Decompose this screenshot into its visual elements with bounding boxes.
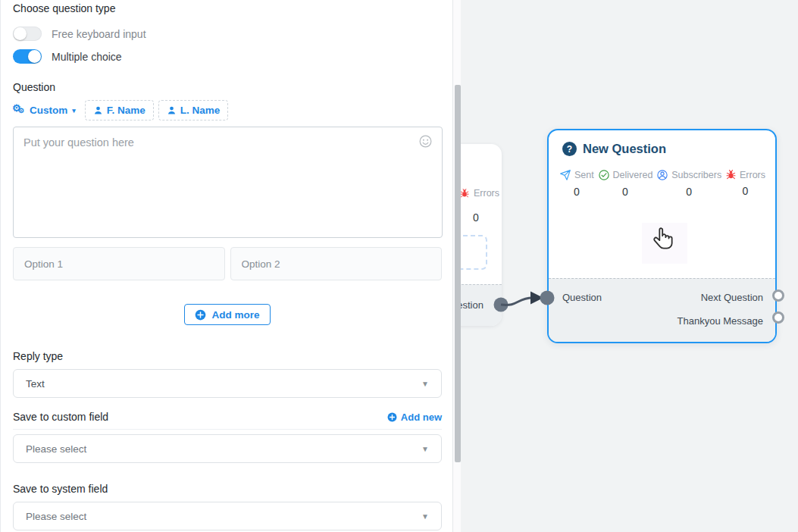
caret-down-icon: ▼ (421, 512, 429, 521)
stat-subscribers: Subscribers 0 (656, 169, 721, 198)
dashed-button-placeholder (461, 235, 487, 270)
save-custom-field-label: Save to custom field (13, 411, 108, 423)
add-more-button[interactable]: Add more (184, 304, 270, 325)
question-mark-icon: ? (562, 142, 577, 156)
multiple-choice-label: Multiple choice (52, 51, 122, 63)
add-new-label: Add new (401, 412, 442, 423)
multiple-choice-toggle[interactable] (13, 49, 42, 64)
lname-chip-label: L. Name (180, 105, 221, 116)
errors-stat-value: 0 (473, 211, 479, 224)
answer-options-row (13, 247, 442, 280)
stat-sent-label: Sent (574, 170, 594, 180)
caret-down-icon: ▼ (421, 445, 429, 453)
stat-subscribers-value: 0 (686, 186, 692, 198)
person-icon (167, 105, 177, 115)
reply-type-select[interactable]: Text ▼ (13, 369, 442, 398)
person-icon (93, 105, 103, 115)
choose-question-type-label: Choose question type (13, 2, 442, 14)
app-window: Choose question type Free keyboard input… (0, 0, 798, 532)
subscriber-icon (656, 169, 668, 181)
panel-scrollbar-thumb[interactable] (455, 85, 461, 462)
question-input[interactable] (13, 127, 443, 238)
question-settings-panel: Choose question type Free keyboard input… (0, 0, 452, 532)
plus-circle-icon (195, 309, 206, 321)
previous-node-footer: uestion (461, 284, 502, 326)
emoji-picker-button[interactable] (418, 134, 433, 149)
node-footer: Question Next Question Thankyou Message (549, 278, 775, 342)
free-keyboard-label: Free keyboard input (52, 28, 146, 40)
connection-arrowhead (530, 292, 543, 305)
new-question-node[interactable]: ? New Question Sent 0 (547, 129, 777, 343)
free-keyboard-toggle[interactable] (13, 27, 42, 41)
save-custom-field-head: Save to custom field Add new (13, 411, 442, 430)
save-system-field-label: Save to system field (13, 483, 442, 495)
stat-errors-value: 0 (743, 185, 749, 197)
flow-canvas[interactable]: Errors 0 uestion ? New Question (461, 0, 798, 532)
stat-sent-value: 0 (574, 186, 580, 198)
toggle-knob (28, 50, 41, 63)
previous-node-errors-stat: Errors (461, 188, 499, 199)
custom-chip-label: Custom (30, 105, 67, 116)
toggle-knob (14, 27, 27, 40)
stat-errors-label: Errors (740, 170, 765, 180)
fname-chip-label: F. Name (107, 105, 146, 116)
question-textarea-wrap (13, 127, 442, 241)
add-more-label: Add more (211, 309, 259, 321)
stat-errors: Errors 0 (725, 169, 765, 198)
gears-icon: ⚙⚙ (13, 105, 26, 117)
node-stats-row: Sent 0 Delivered 0 (549, 169, 775, 198)
merge-field-chips-row: ⚙⚙ Custom ▾ F. Name L. Name (13, 100, 442, 120)
reply-type-label: Reply type (13, 350, 442, 362)
add-new-button[interactable]: Add new (387, 412, 442, 423)
next-question-port-label: Next Question (701, 292, 763, 303)
caret-down-icon: ▾ (72, 107, 76, 114)
thankyou-message-port[interactable] (772, 311, 784, 324)
caret-down-icon: ▼ (421, 380, 429, 388)
node-title: New Question (583, 142, 666, 156)
insert-fname-button[interactable]: F. Name (85, 100, 154, 120)
free-keyboard-toggle-row: Free keyboard input (13, 27, 442, 41)
option-2-input[interactable] (230, 247, 443, 280)
insert-lname-button[interactable]: L. Name (158, 100, 229, 120)
plus-circle-icon (387, 412, 397, 422)
next-question-port[interactable] (772, 289, 784, 302)
stat-subscribers-label: Subscribers (671, 170, 721, 180)
next-question-port-label-partial: uestion (461, 299, 483, 311)
custom-fields-dropdown[interactable]: ⚙⚙ Custom ▾ (13, 102, 80, 120)
option-1-input[interactable] (13, 247, 225, 280)
save-custom-select[interactable]: Please select ▼ (13, 434, 442, 463)
mouse-cursor-icon (650, 224, 678, 258)
stat-delivered-label: Delivered (613, 170, 653, 180)
multiple-choice-toggle-row: Multiple choice (13, 49, 442, 64)
question-label: Question (13, 81, 442, 93)
node-header: ? New Question (549, 130, 775, 156)
bug-icon (461, 188, 470, 199)
thankyou-message-port-label: Thankyou Message (678, 315, 763, 327)
previous-node-card[interactable]: Errors 0 uestion (461, 144, 502, 326)
panel-scrollbar-track[interactable] (452, 0, 461, 532)
connection-line (501, 298, 533, 305)
smiley-icon (418, 134, 433, 149)
errors-stat-label: Errors (474, 188, 499, 199)
send-icon (559, 169, 571, 181)
check-circle-icon (598, 169, 610, 181)
reply-type-value: Text (26, 378, 45, 390)
save-custom-value: Please select (26, 443, 86, 455)
save-system-select[interactable]: Please select ▼ (13, 502, 442, 530)
stat-delivered-value: 0 (622, 186, 628, 198)
save-system-value: Please select (26, 511, 86, 522)
add-more-wrap: Add more (13, 304, 442, 325)
input-port-label: Question (562, 292, 602, 303)
stat-sent: Sent 0 (559, 169, 594, 198)
bug-icon (725, 169, 737, 180)
stat-delivered: Delivered 0 (598, 169, 653, 198)
